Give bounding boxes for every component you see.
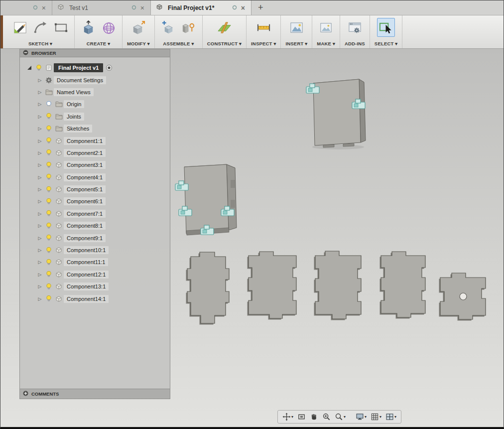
fit-view-icon[interactable] bbox=[296, 412, 307, 422]
visibility-bulb-icon[interactable] bbox=[44, 210, 54, 217]
expand-arrow-icon[interactable]: ▷ bbox=[36, 102, 44, 107]
toolbar-group-label[interactable]: INSPECT ▾ bbox=[251, 40, 276, 46]
item-label[interactable]: Component3:1 bbox=[64, 161, 106, 169]
add-comment-icon[interactable] bbox=[23, 391, 28, 397]
browser-item-component3-1[interactable]: ▷Component3:1 bbox=[20, 159, 170, 171]
select-icon[interactable] bbox=[377, 18, 395, 37]
toolbar-group-label[interactable]: CREATE ▾ bbox=[87, 40, 110, 46]
assembled-component-box[interactable] bbox=[306, 79, 366, 149]
expand-arrow-icon[interactable]: ▷ bbox=[36, 296, 44, 301]
new-tab-button[interactable]: + bbox=[252, 0, 270, 15]
form-sphere-icon[interactable] bbox=[100, 18, 118, 37]
visibility-bulb-icon[interactable] bbox=[44, 173, 54, 181]
browser-item-component12-1[interactable]: ▷Component12:1 bbox=[20, 269, 170, 281]
browser-item-named-views[interactable]: ▷Named Views bbox=[20, 86, 170, 98]
expand-arrow-icon[interactable]: ▷ bbox=[36, 211, 44, 216]
visibility-bulb-icon[interactable] bbox=[44, 295, 54, 302]
expand-arrow-icon[interactable]: ▷ bbox=[36, 126, 44, 131]
browser-header[interactable]: BROWSER bbox=[20, 49, 170, 57]
visibility-bulb-icon[interactable] bbox=[44, 101, 54, 108]
browser-item-component9-1[interactable]: ▷Component9:1 bbox=[20, 232, 170, 244]
flat-panel-5[interactable] bbox=[439, 273, 486, 321]
browser-item-component6-1[interactable]: ▷Component6:1 bbox=[20, 195, 170, 207]
visibility-bulb-icon[interactable] bbox=[44, 198, 54, 205]
expand-arrow-icon[interactable]: ▷ bbox=[36, 272, 44, 277]
browser-item-component2-1[interactable]: ▷Component2:1 bbox=[20, 147, 170, 159]
toolbar-group-label[interactable]: ASSEMBLE ▾ bbox=[163, 40, 194, 46]
display-settings-icon[interactable]: ▾ bbox=[355, 412, 368, 422]
visibility-bulb-icon[interactable] bbox=[44, 161, 54, 169]
tab-close-icon[interactable]: × bbox=[240, 4, 246, 11]
visibility-bulb-icon[interactable] bbox=[44, 271, 54, 278]
pan-move-icon[interactable]: ▾ bbox=[281, 412, 294, 422]
press-pull-icon[interactable] bbox=[129, 18, 147, 37]
toolbar-group-label[interactable]: INSERT ▾ bbox=[285, 40, 307, 46]
expand-arrow-icon[interactable]: ▷ bbox=[36, 236, 44, 241]
expand-arrow-icon[interactable]: ▷ bbox=[36, 248, 44, 253]
document-tab-untitled[interactable]: × bbox=[0, 0, 52, 15]
expand-arrow-icon[interactable]: ▷ bbox=[36, 162, 44, 167]
chevron-down-icon[interactable]: ▾ bbox=[291, 415, 293, 419]
pan-hand-icon[interactable] bbox=[309, 412, 319, 422]
expand-arrow-icon[interactable]: ▷ bbox=[36, 199, 44, 204]
browser-item-component13-1[interactable]: ▷Component13:1 bbox=[20, 281, 170, 292]
item-label[interactable]: Component1:1 bbox=[64, 137, 106, 145]
toolbar-group-label[interactable]: ADD-INS bbox=[345, 40, 365, 46]
comments-bar[interactable]: COMMENTS bbox=[20, 389, 170, 399]
expand-arrow-icon[interactable]: ▷ bbox=[36, 175, 44, 180]
visibility-bulb-icon[interactable] bbox=[44, 222, 54, 230]
visibility-bulb-icon[interactable] bbox=[44, 125, 54, 133]
browser-item-component11-1[interactable]: ▷Component11:1 bbox=[20, 256, 170, 268]
toolbar-group-label[interactable]: MAKE ▾ bbox=[317, 40, 335, 46]
item-label[interactable]: Document Settings bbox=[54, 76, 106, 84]
expand-arrow-icon[interactable] bbox=[27, 66, 31, 70]
item-label[interactable]: Component11:1 bbox=[64, 258, 108, 266]
insert-image-icon[interactable] bbox=[287, 18, 305, 37]
item-label[interactable]: Component10:1 bbox=[64, 246, 109, 254]
expand-arrow-icon[interactable]: ▷ bbox=[36, 260, 44, 265]
collapse-panel-icon[interactable] bbox=[23, 50, 28, 56]
expand-arrow-icon[interactable]: ▷ bbox=[36, 284, 44, 289]
visibility-bulb-icon[interactable] bbox=[44, 234, 54, 242]
make-icon[interactable] bbox=[317, 18, 335, 37]
browser-item-document-settings[interactable]: ▷Document Settings bbox=[20, 74, 170, 86]
visibility-bulb-icon[interactable] bbox=[34, 64, 44, 72]
construction-plane-icon[interactable] bbox=[215, 18, 233, 37]
assembled-component-panel[interactable] bbox=[175, 164, 237, 235]
visibility-bulb-icon[interactable] bbox=[44, 186, 54, 193]
tab-close-icon[interactable]: × bbox=[139, 4, 145, 11]
browser-item-component7-1[interactable]: ▷Component7:1 bbox=[20, 208, 170, 220]
expand-arrow-icon[interactable]: ▷ bbox=[36, 78, 44, 83]
flat-panel-1[interactable] bbox=[186, 252, 230, 325]
addins-icon[interactable] bbox=[346, 18, 364, 37]
flat-panel-3[interactable] bbox=[314, 251, 362, 320]
zoom-icon[interactable]: ▾ bbox=[334, 412, 347, 422]
toolbar-group-label[interactable]: SKETCH ▾ bbox=[28, 40, 52, 46]
browser-item-origin[interactable]: ▷Origin bbox=[20, 98, 170, 110]
item-label[interactable]: Component14:1 bbox=[64, 295, 109, 303]
item-label[interactable]: Component12:1 bbox=[64, 271, 109, 279]
document-tab-final-project[interactable]: Final Project v1* × bbox=[151, 0, 252, 15]
chevron-down-icon[interactable]: ▾ bbox=[344, 415, 346, 419]
expand-arrow-icon[interactable]: ▷ bbox=[36, 223, 44, 228]
toolbar-group-label[interactable]: SELECT ▾ bbox=[375, 40, 397, 46]
expand-arrow-icon[interactable]: ▷ bbox=[36, 150, 44, 155]
item-label[interactable]: Component13:1 bbox=[64, 283, 109, 290]
zoom-in-icon[interactable] bbox=[321, 412, 332, 422]
new-component-icon[interactable] bbox=[159, 18, 177, 37]
viewports-icon[interactable]: ▾ bbox=[384, 412, 397, 422]
item-label[interactable]: Joints bbox=[64, 113, 84, 121]
measure-icon[interactable] bbox=[254, 18, 272, 37]
browser-item-component8-1[interactable]: ▷Component8:1 bbox=[20, 220, 170, 232]
item-label[interactable]: Component7:1 bbox=[64, 210, 106, 218]
browser-item-component4-1[interactable]: ▷Component4:1 bbox=[20, 171, 170, 183]
item-label[interactable]: Component9:1 bbox=[64, 234, 106, 242]
item-label[interactable]: Sketches bbox=[64, 125, 92, 133]
tab-close-icon[interactable]: × bbox=[41, 4, 47, 11]
root-document-label[interactable]: Final Project v1 bbox=[54, 63, 103, 72]
visibility-bulb-icon[interactable] bbox=[44, 247, 54, 254]
browser-item-component1-1[interactable]: ▷Component1:1 bbox=[20, 135, 170, 146]
item-label[interactable]: Component6:1 bbox=[64, 197, 106, 205]
visibility-bulb-icon[interactable] bbox=[44, 113, 54, 120]
chevron-down-icon[interactable]: ▾ bbox=[365, 415, 367, 419]
